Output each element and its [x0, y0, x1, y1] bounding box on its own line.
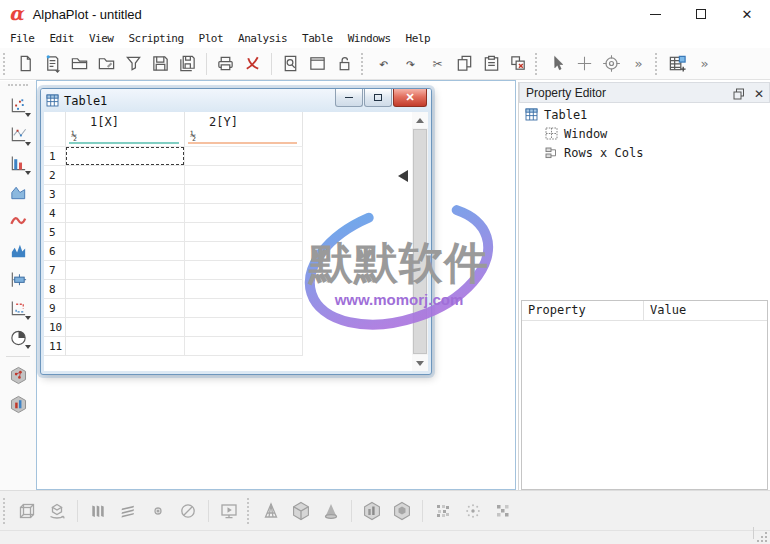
table-cell[interactable]	[66, 166, 185, 185]
row-header[interactable]: 1	[44, 147, 66, 166]
toolbar-handle[interactable]	[535, 53, 540, 75]
screen-reader-button[interactable]	[598, 50, 625, 77]
table-cell[interactable]	[185, 166, 303, 185]
bar-plot-button[interactable]	[3, 149, 33, 178]
scatter-plot-button[interactable]	[3, 91, 33, 120]
menu-scripting[interactable]: Scripting	[123, 30, 190, 47]
hide-comments-arrow-button[interactable]	[398, 170, 408, 182]
scroll-up-button[interactable]	[412, 112, 428, 128]
column-header-2[interactable]: 2[Y]½	[185, 112, 303, 147]
new-note-button[interactable]	[304, 50, 331, 77]
bar-hex-button[interactable]	[357, 496, 387, 526]
scatter-3d-button[interactable]	[3, 361, 33, 390]
scrollbar-thumb[interactable]	[413, 129, 427, 354]
bar-3d-button[interactable]	[3, 390, 33, 419]
no-style-button[interactable]	[173, 496, 203, 526]
cone-wireframe-button[interactable]	[256, 496, 286, 526]
layers-horizontal-button[interactable]	[113, 496, 143, 526]
undo-button[interactable]: ↶	[370, 50, 397, 77]
menu-edit[interactable]: Edit	[44, 30, 81, 47]
table-cell[interactable]	[66, 223, 185, 242]
tree-item-table1[interactable]: Table1	[519, 105, 770, 124]
table-cell[interactable]	[185, 242, 303, 261]
import-ascii-button[interactable]	[120, 50, 147, 77]
toolbar-handle[interactable]	[361, 53, 366, 75]
toolbar-handle[interactable]	[3, 53, 8, 75]
row-header[interactable]: 2	[44, 166, 66, 185]
row-header[interactable]: 6	[44, 242, 66, 261]
table-cell[interactable]	[66, 299, 185, 318]
table-cell[interactable]	[66, 280, 185, 299]
float-panel-icon[interactable]	[733, 88, 745, 100]
table-cell[interactable]	[66, 337, 185, 356]
toolbar-handle[interactable]	[3, 498, 8, 524]
table-cell[interactable]	[185, 337, 303, 356]
menu-table[interactable]: Table	[296, 30, 339, 47]
open-folder-button[interactable]	[66, 50, 93, 77]
close-windows-button[interactable]	[505, 50, 532, 77]
copy-selection-button[interactable]	[451, 50, 478, 77]
table-cell[interactable]	[185, 280, 303, 299]
pie-plot-button[interactable]	[3, 323, 33, 352]
error-range-plot-button[interactable]	[3, 294, 33, 323]
menu-analysis[interactable]: Analysis	[232, 30, 293, 47]
save-project-button[interactable]	[147, 50, 174, 77]
new-project-button[interactable]	[12, 50, 39, 77]
spline-plot-button[interactable]	[3, 207, 33, 236]
corner-header-cell[interactable]	[44, 112, 66, 147]
add-table-button[interactable]	[664, 50, 691, 77]
export-pdf-button[interactable]	[239, 50, 266, 77]
tree-item-rows-x-cols[interactable]: Rows x Cols	[519, 143, 770, 162]
table-cell[interactable]	[185, 318, 303, 337]
table-cell[interactable]	[66, 318, 185, 337]
lock-toolbars-button[interactable]	[331, 50, 358, 77]
column-header-1[interactable]: 1[X]½	[66, 112, 185, 147]
row-header[interactable]: 8	[44, 280, 66, 299]
menu-view[interactable]: View	[83, 30, 120, 47]
cube-hex-button[interactable]	[387, 496, 417, 526]
redo-button[interactable]: ↷	[397, 50, 424, 77]
animation-button[interactable]	[214, 496, 244, 526]
table-cell[interactable]	[185, 147, 303, 166]
pixel-map-button[interactable]	[428, 496, 458, 526]
menu-windows[interactable]: Windows	[342, 30, 397, 47]
panels-vertical-button[interactable]	[83, 496, 113, 526]
print-button[interactable]	[212, 50, 239, 77]
table1-close-button[interactable]: ✕	[393, 89, 427, 107]
rotate-3d-button[interactable]	[42, 496, 72, 526]
close-panel-icon[interactable]: ✕	[754, 88, 764, 100]
open-template-button[interactable]	[93, 50, 120, 77]
toolbar-overflow-button[interactable]: »	[625, 50, 652, 77]
maximize-button[interactable]	[678, 0, 724, 28]
toolbar-handle[interactable]	[247, 498, 252, 524]
table-cell[interactable]	[185, 204, 303, 223]
paste-selection-button[interactable]	[478, 50, 505, 77]
property-editor-titlebar[interactable]: Property Editor ✕	[519, 82, 770, 103]
row-header[interactable]: 4	[44, 204, 66, 223]
box-plot-button[interactable]	[3, 265, 33, 294]
table-cell[interactable]	[185, 261, 303, 280]
menu-help[interactable]: Help	[400, 30, 437, 47]
row-header[interactable]: 9	[44, 299, 66, 318]
minimize-button[interactable]	[632, 0, 678, 28]
row-header[interactable]: 3	[44, 185, 66, 204]
save-project-as-button[interactable]	[174, 50, 201, 77]
row-header[interactable]: 7	[44, 261, 66, 280]
tree-item-window[interactable]: Window	[519, 124, 770, 143]
row-header[interactable]: 10	[44, 318, 66, 337]
table-cell[interactable]	[66, 204, 185, 223]
table-cell[interactable]	[66, 185, 185, 204]
table1-minimize-button[interactable]	[335, 89, 363, 107]
title-bar[interactable]: α AlphaPlot - untitled ✕	[0, 0, 770, 28]
pointer-button[interactable]	[544, 50, 571, 77]
area-plot-button[interactable]	[3, 178, 33, 207]
pixel-map-alt-button[interactable]	[488, 496, 518, 526]
line-symbol-plot-button[interactable]	[3, 120, 33, 149]
toolbar-handle[interactable]	[8, 84, 28, 88]
table-cell[interactable]	[66, 147, 185, 166]
row-header[interactable]: 11	[44, 337, 66, 356]
menu-plot[interactable]: Plot	[193, 30, 230, 47]
cone-solid-button[interactable]	[316, 496, 346, 526]
table-cell[interactable]	[66, 242, 185, 261]
vertical-scrollbar[interactable]	[412, 112, 428, 371]
